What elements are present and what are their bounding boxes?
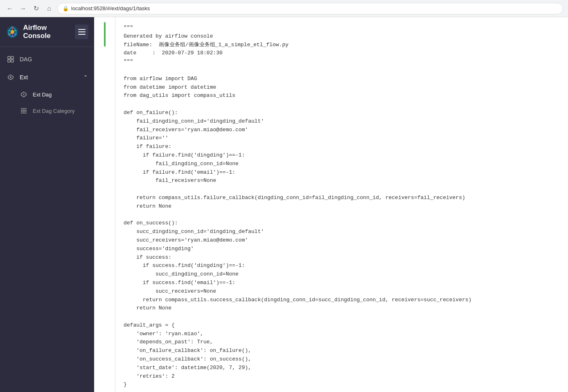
sidebar-item-ext[interactable]: Ext ⌃	[0, 68, 94, 86]
browser-toolbar: ← → ↻ ⌂ 🔒 localhost:9528/#/ext/dags/1/ta…	[0, 0, 568, 17]
sidebar-title: Airflow Console	[23, 24, 71, 40]
sidebar-item-ext-dag[interactable]: Ext Dag	[0, 86, 94, 103]
svg-rect-18	[24, 111, 26, 113]
ext-dag-category-icon	[20, 107, 28, 115]
hamburger-icon	[78, 29, 86, 35]
svg-point-14	[23, 94, 25, 95]
left-panel	[94, 17, 115, 392]
svg-rect-15	[21, 108, 23, 110]
ext-dag-category-label: Ext Dag Category	[33, 108, 88, 114]
dag-icon	[7, 55, 15, 63]
ext-dag-icon	[20, 90, 28, 99]
main-content: """ Generated by airflow console fileNam…	[94, 17, 568, 392]
address-bar[interactable]: 🔒 localhost:9528/#/ext/dags/1/tasks	[57, 3, 563, 14]
svg-rect-16	[24, 108, 26, 110]
hamburger-menu-button[interactable]	[75, 25, 88, 39]
lock-icon: 🔒	[63, 6, 69, 11]
sidebar-header: Airflow Console	[0, 17, 94, 47]
back-button[interactable]: ←	[5, 4, 15, 13]
app-container: Airflow Console	[0, 17, 568, 392]
svg-rect-9	[8, 56, 10, 59]
home-button[interactable]: ⌂	[44, 4, 54, 13]
code-panel[interactable]: """ Generated by airflow console fileNam…	[115, 17, 568, 392]
dag-label: DAG	[20, 56, 88, 63]
forward-button[interactable]: →	[18, 4, 28, 13]
code-content: """ Generated by airflow console fileNam…	[124, 24, 560, 392]
left-panel-items	[94, 17, 115, 48]
svg-rect-11	[8, 60, 10, 62]
svg-rect-17	[21, 111, 23, 113]
ext-expand-icon: ⌃	[83, 74, 88, 80]
sidebar: Airflow Console	[0, 17, 94, 392]
sidebar-item-dag[interactable]: DAG	[0, 50, 94, 68]
sidebar-item-ext-dag-category[interactable]: Ext Dag Category	[0, 103, 94, 119]
svg-rect-10	[11, 56, 14, 59]
svg-rect-12	[11, 60, 14, 62]
sidebar-navigation: DAG Ext ⌃	[0, 47, 94, 392]
status-bar	[104, 22, 106, 47]
ext-icon	[7, 73, 15, 81]
svg-point-13	[10, 76, 11, 78]
ext-dag-label: Ext Dag	[33, 92, 88, 98]
reload-button[interactable]: ↻	[31, 4, 41, 13]
url-text: localhost:9528/#/ext/dags/1/tasks	[71, 5, 150, 11]
ext-label: Ext	[20, 74, 79, 81]
airflow-logo	[6, 25, 19, 39]
